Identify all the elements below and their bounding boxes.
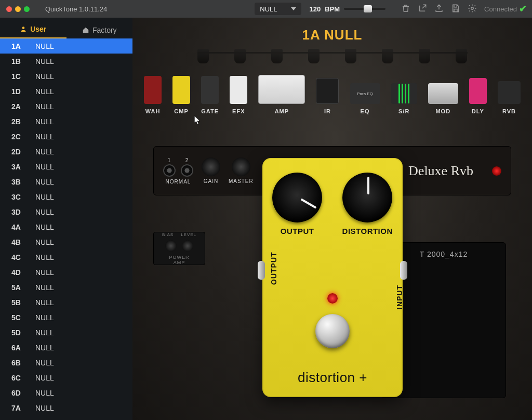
chain-label: RVB bbox=[502, 108, 516, 114]
bpm-slider[interactable] bbox=[344, 8, 385, 10]
chain-label: EQ bbox=[361, 108, 370, 114]
chain-item-wah[interactable]: WAH bbox=[144, 76, 162, 114]
preset-row[interactable]: 6CNULL bbox=[0, 370, 132, 385]
cursor-icon bbox=[194, 115, 201, 126]
preset-dropdown[interactable]: NULL bbox=[255, 3, 301, 15]
preset-row[interactable]: 7ANULL bbox=[0, 400, 132, 415]
chain-label: DLY bbox=[472, 108, 484, 114]
preset-row[interactable]: 4BNULL bbox=[0, 234, 132, 250]
pedal-output-knob[interactable] bbox=[272, 173, 322, 222]
preset-row[interactable]: 1CNULL bbox=[0, 69, 132, 84]
chain-item-efx[interactable]: EFX bbox=[230, 76, 247, 114]
preset-row[interactable]: 6DNULL bbox=[0, 385, 132, 400]
preset-row[interactable]: 3CNULL bbox=[0, 189, 132, 204]
power-amp-block[interactable]: BIASLEVEL POWER AMP bbox=[153, 232, 205, 265]
preset-row[interactable]: 5ANULL bbox=[0, 280, 132, 295]
preset-row[interactable]: 3ANULL bbox=[0, 159, 132, 174]
preset-name: NULL bbox=[35, 42, 54, 50]
preset-row[interactable]: 1ANULL bbox=[0, 38, 132, 54]
preset-row[interactable]: 2CNULL bbox=[0, 129, 132, 144]
preset-slot: 6C bbox=[11, 374, 26, 382]
export-icon[interactable] bbox=[418, 4, 427, 15]
amp-input-2-label: 2 bbox=[181, 158, 193, 163]
amp-input-2-jack[interactable] bbox=[181, 164, 193, 177]
chain-item-cmp[interactable]: CMP bbox=[172, 76, 190, 114]
preset-name: NULL bbox=[35, 313, 54, 322]
preset-slot: 3C bbox=[11, 193, 26, 201]
preset-row[interactable]: 2DNULL bbox=[0, 144, 132, 159]
app-title: QuickTone 1.0.11.24 bbox=[36, 5, 116, 13]
preset-slot: 4C bbox=[11, 253, 26, 261]
trash-icon[interactable] bbox=[401, 4, 410, 15]
preset-row[interactable]: 3BNULL bbox=[0, 174, 132, 189]
chain-item-dly[interactable]: DLY bbox=[469, 78, 487, 114]
chain-thumb-ir bbox=[316, 78, 339, 104]
home-icon bbox=[82, 27, 89, 34]
power-amp-bias-knob[interactable] bbox=[165, 240, 177, 252]
preset-row[interactable]: 1BNULL bbox=[0, 54, 132, 69]
power-amp-level-knob[interactable] bbox=[182, 240, 193, 252]
upload-icon[interactable] bbox=[434, 4, 444, 15]
chain-item-ir[interactable]: IR bbox=[316, 78, 339, 114]
preset-row[interactable]: 2BNULL bbox=[0, 114, 132, 129]
pedal-input-jack bbox=[400, 261, 407, 280]
pedal-distortion-knob[interactable] bbox=[342, 173, 392, 222]
chain-item-eq[interactable]: Para EQEQ bbox=[350, 83, 380, 114]
pedal-stomp-switch[interactable] bbox=[315, 314, 350, 348]
power-amp-bias-label: BIAS bbox=[162, 232, 174, 237]
chain-item-gate[interactable]: GATE bbox=[201, 76, 219, 114]
preset-name: NULL bbox=[35, 223, 54, 231]
chevron-down-icon bbox=[291, 7, 296, 10]
preset-slot: 6A bbox=[11, 344, 26, 352]
preset-row[interactable]: 3DNULL bbox=[0, 204, 132, 219]
preset-row[interactable]: 5DNULL bbox=[0, 325, 132, 340]
chain-thumb-mod bbox=[428, 83, 458, 104]
preset-name: NULL bbox=[35, 193, 54, 201]
preset-row[interactable]: 5BNULL bbox=[0, 295, 132, 310]
amp-master-knob[interactable] bbox=[232, 158, 250, 176]
close-window-icon[interactable] bbox=[6, 6, 12, 12]
amp-input-1-jack[interactable] bbox=[163, 164, 176, 177]
chain-item-rvb[interactable]: RVB bbox=[498, 81, 521, 114]
preset-row[interactable]: 2ANULL bbox=[0, 99, 132, 114]
zoom-window-icon[interactable] bbox=[24, 6, 30, 12]
minimize-window-icon[interactable] bbox=[15, 6, 21, 12]
save-icon[interactable] bbox=[451, 4, 460, 15]
chain-item-sr[interactable]: S/R bbox=[391, 83, 417, 114]
chain-label: IR bbox=[324, 108, 331, 114]
preset-row[interactable]: 4DNULL bbox=[0, 265, 132, 280]
preset-name: NULL bbox=[35, 298, 54, 307]
bpm-value[interactable]: 120 bbox=[310, 5, 321, 13]
preset-row[interactable]: 6ANULL bbox=[0, 340, 132, 355]
preset-slot: 2D bbox=[11, 148, 26, 156]
chain-thumb-wah bbox=[144, 76, 162, 104]
preset-slot: 2B bbox=[11, 117, 26, 126]
stage-lights bbox=[197, 49, 468, 72]
preset-slot: 2A bbox=[11, 102, 26, 111]
preset-row[interactable]: 5CNULL bbox=[0, 310, 132, 325]
distortion-pedal[interactable]: OUTPUT DISTORTION OUTPUT INPUT distortio… bbox=[262, 158, 403, 397]
amp-power-led[interactable] bbox=[492, 166, 501, 176]
preset-name: NULL bbox=[35, 117, 54, 126]
tab-factory[interactable]: Factory bbox=[66, 26, 133, 38]
amp-gain-knob[interactable] bbox=[202, 158, 220, 176]
chain-item-mod[interactable]: MOD bbox=[428, 83, 458, 114]
pedal-input-side-label: INPUT bbox=[395, 285, 404, 309]
preset-slot: 3A bbox=[11, 163, 26, 171]
preset-slot: 6D bbox=[11, 389, 26, 397]
preset-row[interactable]: 1DNULL bbox=[0, 84, 132, 99]
power-amp-level-label: LEVEL bbox=[181, 232, 196, 237]
pedal-brand-label: distortion + bbox=[262, 370, 403, 386]
chain-label: GATE bbox=[201, 108, 219, 114]
preset-list[interactable]: 1ANULL1BNULL1CNULL1DNULL2ANULL2BNULL2CNU… bbox=[0, 38, 132, 420]
preset-name: NULL bbox=[35, 359, 54, 367]
gear-icon[interactable] bbox=[468, 4, 477, 15]
preset-name: NULL bbox=[35, 283, 54, 292]
chain-item-amp[interactable]: AMP bbox=[258, 75, 305, 114]
amp-input-1-label: 1 bbox=[163, 158, 176, 163]
tab-user[interactable]: User bbox=[0, 25, 66, 38]
preset-row[interactable]: 4ANULL bbox=[0, 219, 132, 234]
pedal-led-icon bbox=[327, 293, 338, 304]
preset-row[interactable]: 6BNULL bbox=[0, 355, 132, 370]
preset-row[interactable]: 4CNULL bbox=[0, 250, 132, 265]
